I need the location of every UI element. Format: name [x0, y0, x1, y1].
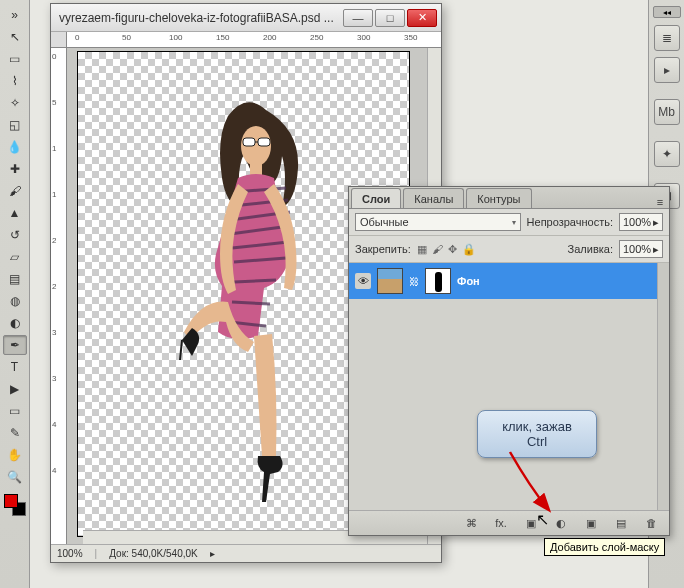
layer-name[interactable]: Фон [457, 275, 480, 287]
svg-line-5 [234, 188, 286, 192]
hand-tool[interactable]: ✋ [3, 445, 27, 465]
ruler-origin[interactable] [51, 32, 67, 48]
adjustment-layer-icon[interactable]: ◐ [551, 515, 571, 531]
crop-tool[interactable]: ◱ [3, 115, 27, 135]
svg-point-0 [241, 126, 271, 166]
expand-toggle[interactable]: » [3, 5, 27, 25]
svg-rect-1 [243, 138, 255, 146]
svg-line-8 [230, 226, 290, 234]
wand-tool[interactable]: ✧ [3, 93, 27, 113]
new-group-icon[interactable]: ▣ [581, 515, 601, 531]
shape-tool[interactable]: ▭ [3, 401, 27, 421]
eyedropper-tool[interactable]: 💧 [3, 137, 27, 157]
svg-line-10 [234, 258, 286, 262]
lasso-tool[interactable]: ⌇ [3, 71, 27, 91]
svg-line-9 [232, 242, 288, 248]
chevron-down-icon: ▾ [512, 218, 516, 227]
navigator-panel-icon[interactable]: ✦ [654, 141, 680, 167]
zoom-level[interactable]: 100% [57, 548, 83, 559]
status-menu-caret[interactable]: ▸ [210, 548, 215, 559]
md-panel-icon[interactable]: Mb [654, 99, 680, 125]
svg-line-12 [232, 302, 270, 304]
titlebar[interactable]: vyrezaem-figuru-cheloveka-iz-fotografiiB… [51, 4, 441, 32]
healing-tool[interactable]: ✚ [3, 159, 27, 179]
layers-panel: Слои Каналы Контуры ≡ Обычные ▾ Непрозра… [348, 186, 670, 536]
gradient-tool[interactable]: ▤ [3, 269, 27, 289]
lock-position-icon[interactable]: ✥ [448, 243, 457, 256]
add-mask-button[interactable]: ▣ [521, 515, 541, 531]
brush-tool[interactable]: 🖌 [3, 181, 27, 201]
svg-line-14 [180, 340, 182, 360]
actions-panel-icon[interactable]: ▸ [654, 57, 680, 83]
dodge-tool[interactable]: ◐ [3, 313, 27, 333]
close-button[interactable]: ✕ [407, 9, 437, 27]
notes-tool[interactable]: ✎ [3, 423, 27, 443]
svg-line-13 [230, 322, 266, 326]
history-brush-tool[interactable]: ↺ [3, 225, 27, 245]
panel-menu-icon[interactable]: ≡ [651, 196, 669, 208]
dock-collapse-toggle[interactable]: ◂◂ [653, 6, 681, 18]
stamp-tool[interactable]: ▲ [3, 203, 27, 223]
visibility-toggle-icon[interactable]: 👁 [355, 273, 371, 289]
svg-line-11 [234, 280, 276, 282]
panel-footer: ⌘ fx. ▣ ◐ ▣ ▤ 🗑 [349, 511, 669, 535]
delete-layer-icon[interactable]: 🗑 [641, 515, 661, 531]
opacity-input[interactable]: 100%▸ [619, 213, 663, 231]
layer-row[interactable]: 👁 ⛓ Фон [349, 263, 669, 299]
lock-label: Закрепить: [355, 243, 411, 255]
callout-line2: Ctrl [484, 434, 590, 449]
figure-silhouette [158, 92, 358, 512]
panel-tabs: Слои Каналы Контуры ≡ [349, 187, 669, 209]
tooltip: Добавить слой-маску [544, 538, 665, 556]
move-tool[interactable]: ↖ [3, 27, 27, 47]
layer-thumbnail[interactable] [377, 268, 403, 294]
annotation-callout: клик, зажав Ctrl [477, 410, 597, 458]
foreground-color-swatch[interactable] [4, 494, 18, 508]
mask-link-icon[interactable]: ⛓ [409, 276, 419, 287]
lock-pixels-icon[interactable]: 🖌 [432, 243, 443, 256]
type-tool[interactable]: T [3, 357, 27, 377]
ruler-horizontal[interactable]: 0 50 100 150 200 250 300 350 [67, 32, 441, 48]
new-layer-icon[interactable]: ▤ [611, 515, 631, 531]
mask-thumbnail[interactable] [425, 268, 451, 294]
callout-line1: клик, зажав [484, 419, 590, 434]
lock-all-icon[interactable]: 🔒 [462, 243, 476, 256]
minimize-button[interactable]: — [343, 9, 373, 27]
path-select-tool[interactable]: ▶ [3, 379, 27, 399]
svg-line-6 [232, 200, 288, 206]
blur-tool[interactable]: ◍ [3, 291, 27, 311]
document-title: vyrezaem-figuru-cheloveka-iz-fotografiiB… [59, 11, 343, 25]
marquee-tool[interactable]: ▭ [3, 49, 27, 69]
tab-channels[interactable]: Каналы [403, 188, 464, 208]
color-swatches[interactable] [4, 494, 26, 516]
svg-line-7 [230, 212, 290, 220]
svg-rect-4 [250, 164, 262, 178]
maximize-button[interactable]: □ [375, 9, 405, 27]
fx-icon[interactable]: fx. [491, 515, 511, 531]
layers-scrollbar[interactable] [657, 263, 669, 510]
fill-input[interactable]: 100%▸ [619, 240, 663, 258]
ruler-vertical[interactable]: 0 5 1 1 2 2 3 3 4 4 [51, 48, 67, 544]
status-bar: 100% | Док: 540,0K/540,0K ▸ [51, 544, 441, 562]
fill-label: Заливка: [568, 243, 613, 255]
layers-list[interactable]: 👁 ⛓ Фон [349, 263, 669, 511]
zoom-tool[interactable]: 🔍 [3, 467, 27, 487]
svg-rect-2 [258, 138, 270, 146]
blend-mode-combo[interactable]: Обычные ▾ [355, 213, 521, 231]
tab-paths[interactable]: Контуры [466, 188, 531, 208]
tab-layers[interactable]: Слои [351, 188, 401, 208]
history-panel-icon[interactable]: ≣ [654, 25, 680, 51]
link-layers-icon[interactable]: ⌘ [461, 515, 481, 531]
blend-mode-value: Обычные [360, 216, 409, 228]
opacity-label: Непрозрачность: [527, 216, 613, 228]
doc-size[interactable]: Док: 540,0K/540,0K [109, 548, 198, 559]
eraser-tool[interactable]: ▱ [3, 247, 27, 267]
toolbox: » ↖ ▭ ⌇ ✧ ◱ 💧 ✚ 🖌 ▲ ↺ ▱ ▤ ◍ ◐ ✒ T ▶ ▭ ✎ … [0, 0, 30, 588]
pen-tool[interactable]: ✒ [3, 335, 27, 355]
lock-transparency-icon[interactable]: ▦ [417, 243, 427, 256]
